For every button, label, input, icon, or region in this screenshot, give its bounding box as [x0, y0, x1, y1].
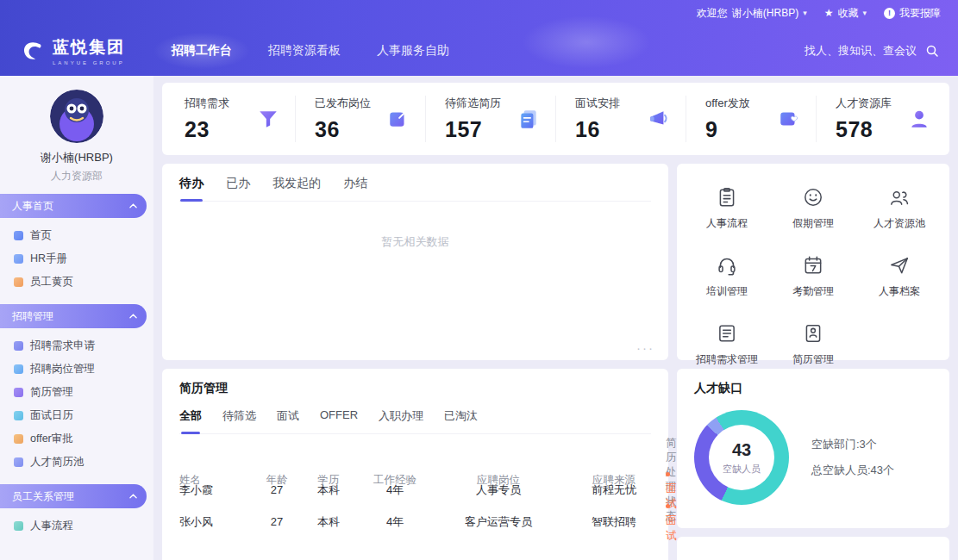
donut-center-value: 43	[732, 440, 751, 460]
resume-tab-onboarding[interactable]: 入职办理	[379, 408, 423, 424]
documents-icon	[517, 108, 540, 130]
headset-icon	[716, 254, 738, 277]
report-issue-button[interactable]: ! 我要报障	[884, 6, 941, 21]
user-profile: 谢小楠(HRBP) 人力资源部	[0, 76, 153, 184]
request-doc-icon	[14, 341, 23, 351]
quick-link-training-mgmt[interactable]: 培训管理	[706, 254, 748, 299]
todo-tab-initiated[interactable]: 我发起的	[272, 176, 321, 191]
status-dot-icon	[666, 472, 670, 476]
resume-tab-offer[interactable]: OFFER	[320, 408, 358, 424]
quick-link-hr-files[interactable]: 人事档案	[879, 254, 920, 299]
resume-tab-screening[interactable]: 待筛选	[222, 408, 256, 424]
status-badge: 面试	[666, 500, 677, 544]
favorite-menu[interactable]: ★ 收藏 ▾	[824, 6, 867, 21]
chevron-down-icon: ▾	[803, 9, 807, 17]
stat-talent-library[interactable]: 人才资源库578	[817, 96, 946, 142]
sidebar-item-interview-calendar[interactable]: 面试日历	[0, 404, 153, 427]
brand-subtitle: LANYUE GROUP	[53, 60, 125, 65]
nav-tab-recruit-dashboard[interactable]: 招聘资源看板	[266, 38, 342, 64]
sidebar-section-employee-relations[interactable]: 员工关系管理	[0, 484, 147, 508]
sidebar-item-employee-directory[interactable]: 员工黄页	[0, 271, 153, 294]
resume-tab-interview[interactable]: 面试	[277, 408, 299, 424]
report-label: 我要报障	[899, 6, 941, 21]
donut-center: 43 空缺人员	[709, 425, 774, 490]
brand-name: 蓝悦集团	[53, 36, 125, 59]
sidebar-section-recruit-mgmt[interactable]: 招聘管理	[0, 304, 147, 328]
nav-bar: 蓝悦集团 LANYUE GROUP 招聘工作台 招聘资源看板 人事服务自助 找人…	[0, 26, 958, 76]
paper-plane-icon	[888, 254, 911, 277]
more-button[interactable]: ···	[636, 340, 654, 355]
resume-table: 姓名 年龄 学历 工作经验 应聘岗位 应聘来源 简历处理状态 李小霞 27 本科…	[179, 436, 651, 532]
clipboard-icon	[716, 186, 738, 208]
home-icon	[14, 231, 23, 240]
user-menu[interactable]: 欢迎您 谢小楠(HRBP) ▾	[697, 6, 807, 21]
partial-card	[677, 537, 949, 560]
talent-gap-donut-chart: 43 空缺人员	[694, 410, 789, 505]
card-heart-icon	[778, 108, 800, 130]
resume-icon	[14, 388, 23, 397]
main-content: 招聘需求23 已发布岗位36 待筛选简历157 面试安排1	[153, 76, 958, 560]
avatar[interactable]	[50, 90, 103, 143]
empty-state-text: 暂无相关数据	[179, 234, 651, 250]
stat-recruit-demand[interactable]: 招聘需求23	[166, 96, 296, 142]
talent-pool-icon	[14, 457, 23, 467]
primary-nav-tabs: 招聘工作台 招聘资源看板 人事服务自助	[170, 38, 451, 64]
brand-logo[interactable]: 蓝悦集团 LANYUE GROUP	[19, 36, 125, 65]
welcome-label: 欢迎您	[697, 6, 728, 21]
quick-link-attendance-mgmt[interactable]: 考勤管理	[792, 254, 834, 299]
sidebar-section-hr-home[interactable]: 人事首页	[0, 194, 147, 218]
people-icon	[888, 186, 911, 208]
person-icon	[908, 108, 930, 130]
resume-tab-all[interactable]: 全部	[179, 408, 202, 424]
sidebar-item-resume-mgmt[interactable]: 简历管理	[0, 381, 153, 404]
stat-offers-sent[interactable]: offer发放9	[686, 96, 817, 142]
user-label: 谢小楠(HRBP)	[732, 6, 798, 21]
sidebar-item-hr-handbook[interactable]: HR手册	[0, 247, 153, 271]
job-icon	[14, 364, 23, 374]
quick-link-leave-mgmt[interactable]: 假期管理	[792, 186, 834, 231]
quick-links-card: 人事流程 假期管理 人才资源池	[677, 164, 949, 360]
talent-gap-legend: 空缺部门:3个 总空缺人员:43个	[811, 437, 894, 478]
todo-tab-pending[interactable]: 待办	[179, 176, 203, 191]
resume-tab-eliminated[interactable]: 已淘汰	[444, 408, 478, 424]
quick-link-talent-pool[interactable]: 人才资源池	[873, 186, 925, 231]
stat-published-jobs[interactable]: 已发布岗位36	[296, 96, 426, 142]
resume-card: 简历管理 全部 待筛选 面试 OFFER 入职办理 已淘汰 姓名 年龄 学历 工…	[162, 369, 668, 560]
quick-link-resume-mgmt[interactable]: 简历管理	[792, 322, 834, 367]
table-row[interactable]: 张小风 27 本科 4年 客户运营专员 智联招聘 面试	[179, 500, 651, 532]
sidebar-item-offer-approval[interactable]: offer审批	[0, 427, 153, 451]
favorite-label: 收藏	[837, 6, 858, 21]
funnel-icon	[257, 108, 279, 130]
quick-link-recruit-demand-mgmt[interactable]: 招聘需求管理	[696, 322, 758, 367]
calendar-7-icon	[802, 254, 824, 277]
stat-interview-schedule[interactable]: 面试安排16	[556, 96, 686, 142]
stats-card: 招聘需求23 已发布岗位36 待筛选简历157 面试安排1	[162, 83, 949, 155]
megaphone-icon	[648, 108, 670, 130]
sidebar-item-recruit-request[interactable]: 招聘需求申请	[0, 334, 153, 358]
avatar-cartoon-image	[50, 90, 103, 143]
sidebar: 谢小楠(HRBP) 人力资源部 人事首页 首页 HR手册 员工黄页 招聘管理 招…	[0, 76, 153, 560]
nav-tab-recruit-workbench[interactable]: 招聘工作台	[170, 38, 234, 64]
offer-icon	[14, 434, 23, 444]
stat-pending-resumes[interactable]: 待筛选简历157	[426, 96, 556, 142]
sidebar-item-job-mgmt[interactable]: 招聘岗位管理	[0, 358, 153, 381]
sidebar-item-home[interactable]: 首页	[0, 224, 153, 247]
sidebar-item-talent-pool[interactable]: 人才简历池	[0, 451, 153, 474]
calendar-icon	[14, 411, 23, 420]
star-icon: ★	[824, 7, 834, 19]
quick-link-hr-process[interactable]: 人事流程	[706, 186, 748, 231]
todo-tab-done[interactable]: 已办	[226, 176, 250, 191]
resume-tabs: 全部 待筛选 面试 OFFER 入职办理 已淘汰	[179, 408, 651, 434]
publish-icon	[387, 108, 410, 130]
table-header-row: 姓名 年龄 学历 工作经验 应聘岗位 应聘来源 简历处理状态	[179, 436, 651, 468]
brand-swan-icon	[19, 38, 45, 64]
global-search[interactable]: 找人、搜知识、查会议	[805, 43, 939, 59]
process-icon	[14, 521, 23, 531]
directory-icon	[14, 277, 23, 287]
app-header: 欢迎您 谢小楠(HRBP) ▾ ★ 收藏 ▾ ! 我要报障 蓝悦集团 LANYU…	[0, 0, 958, 76]
todo-tab-closed[interactable]: 办结	[343, 176, 367, 191]
legend-item: 空缺部门:3个	[811, 437, 894, 452]
nav-tab-hr-selfservice[interactable]: 人事服务自助	[375, 38, 451, 64]
sidebar-item-hr-process[interactable]: 人事流程	[0, 514, 153, 538]
resume-card-title: 简历管理	[179, 381, 651, 396]
